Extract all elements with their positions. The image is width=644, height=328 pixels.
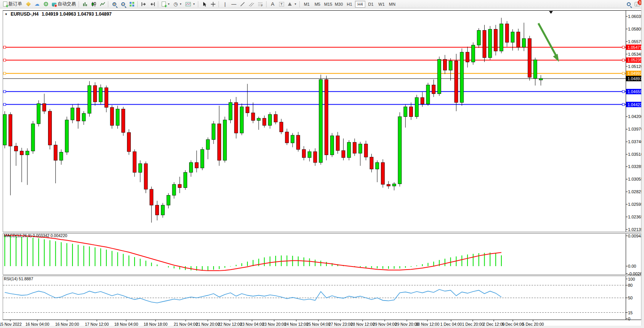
autotrading-label: 自动交易: [58, 1, 76, 7]
rsi-line: [5, 289, 501, 303]
svg-text:1.04897: 1.04897: [628, 76, 642, 81]
macd-label: MACD(12,26,9) 0.003342 0.004220: [4, 233, 67, 238]
bottom-gutter: [0, 326, 644, 328]
label-icon: T: [279, 2, 284, 6]
channel-button[interactable]: [247, 0, 256, 8]
profile-button[interactable]: ☁: [33, 0, 41, 8]
autotrading-button[interactable]: 自动交易: [50, 0, 77, 8]
candlestick-chart-button[interactable]: [90, 0, 98, 8]
svg-text:1.04200: 1.04200: [628, 114, 643, 119]
svg-text:1.02365: 1.02365: [628, 215, 643, 219]
autotrading-icon: [52, 3, 56, 6]
svg-text:1.04423: 1.04423: [628, 102, 642, 107]
tab-m15[interactable]: M15: [323, 1, 333, 8]
notifications-button[interactable]: 1: [634, 2, 640, 6]
separator: [218, 1, 219, 7]
new-chart-button[interactable]: ▼: [160, 0, 172, 8]
separator: [266, 1, 267, 7]
periods-icon: ◷: [173, 2, 178, 7]
hline-1.04992: [3, 72, 626, 74]
trend-arrow: [538, 23, 559, 62]
rsi-axis: 1008050150: [626, 277, 635, 321]
trendline-icon: [240, 2, 245, 7]
macd-signal-line: [5, 235, 501, 271]
cursor-icon: [202, 2, 207, 7]
chart-window[interactable]: 1.060351.058051.055751.053451.051201.042…: [0, 8, 644, 328]
tab-w1[interactable]: W1: [376, 1, 387, 8]
chart-dropdown-icon[interactable]: ▼: [5, 13, 8, 16]
zoom-in-button[interactable]: +: [110, 0, 119, 8]
chevron-down-icon: ▼: [193, 3, 195, 5]
tab-m1[interactable]: M1: [302, 1, 312, 8]
chart-symbol: EURUSD-,H4: [11, 11, 39, 17]
chart-shift-button[interactable]: [140, 0, 148, 8]
svg-text:1.05805: 1.05805: [628, 27, 643, 31]
bar-chart-button[interactable]: [81, 0, 89, 8]
vertical-line-button[interactable]: |: [221, 0, 229, 8]
text-icon: A: [271, 2, 275, 7]
shapes-button[interactable]: ▼: [286, 0, 298, 8]
trendline-button[interactable]: [238, 0, 247, 8]
tab-h1[interactable]: H1: [344, 1, 355, 8]
candlestick-icon: [91, 2, 96, 7]
svg-text:80: 80: [628, 283, 633, 288]
svg-text:0: 0: [628, 317, 630, 321]
new-chart-icon: [162, 2, 166, 6]
zoom-out-button[interactable]: −: [119, 0, 127, 8]
search-icon[interactable]: [627, 2, 631, 6]
crosshair-button[interactable]: [209, 0, 217, 8]
svg-text:1.02135: 1.02135: [628, 227, 643, 232]
quotes-button[interactable]: [24, 0, 32, 8]
zoom-out-icon: −: [121, 2, 125, 6]
templates-button[interactable]: ▼: [184, 0, 197, 8]
rsi-pane: [3, 285, 626, 313]
svg-text:1.02825: 1.02825: [628, 189, 643, 194]
separator: [158, 1, 158, 7]
label-button[interactable]: T: [277, 0, 286, 8]
tile-windows-button[interactable]: [128, 0, 136, 8]
tab-mn[interactable]: MN: [387, 1, 397, 8]
auto-scroll-button[interactable]: [148, 0, 157, 8]
svg-text:1.04659: 1.04659: [628, 89, 642, 94]
hline-1.05235: [3, 59, 626, 61]
main-toolbar: 新订单 ☁ 自动交易 + − ▼ ◷▼: [0, 0, 644, 8]
svg-text:1.05120: 1.05120: [628, 64, 643, 69]
svg-text:1.06035: 1.06035: [628, 14, 643, 19]
fibonacci-button[interactable]: F: [256, 0, 265, 8]
hline-1.04423: [3, 103, 626, 106]
tab-m30[interactable]: M30: [334, 1, 344, 8]
text-button[interactable]: A: [268, 0, 277, 8]
svg-text:1.03970: 1.03970: [628, 127, 643, 131]
svg-text:1.02595: 1.02595: [628, 202, 643, 207]
horizontal-line-button[interactable]: —: [230, 0, 238, 8]
periods-button[interactable]: ◷▼: [172, 0, 183, 8]
line-chart-button[interactable]: [98, 0, 107, 8]
tab-m5[interactable]: M5: [312, 1, 323, 8]
auto-scroll-icon: [150, 2, 155, 7]
separator: [108, 1, 108, 7]
vertical-line-icon: |: [224, 2, 225, 7]
chart-canvas[interactable]: 1.060351.058051.055751.053451.051201.042…: [0, 8, 644, 328]
svg-text:50: 50: [628, 296, 633, 300]
tab-h4[interactable]: H4: [355, 1, 365, 8]
svg-text:100: 100: [628, 277, 635, 281]
channel-icon: [249, 2, 254, 7]
fibonacci-icon: F: [258, 2, 263, 7]
chevron-down-icon: ▼: [167, 3, 170, 5]
svg-text:15: 15: [628, 310, 633, 315]
crosshair-icon: [210, 2, 216, 7]
new-order-button[interactable]: 新订单: [2, 0, 24, 8]
bar-chart-icon: [82, 2, 88, 7]
profile-icon: ☁: [35, 2, 40, 6]
line-chart-icon: [100, 2, 105, 7]
svg-text:1.03285: 1.03285: [628, 164, 643, 169]
cursor-button[interactable]: [200, 0, 209, 8]
tab-d1[interactable]: D1: [366, 1, 376, 8]
svg-text:1.03055: 1.03055: [628, 177, 643, 181]
svg-text:1.03510: 1.03510: [628, 152, 643, 157]
right-gutter: [641, 0, 644, 328]
separator: [299, 1, 300, 7]
signals-button[interactable]: [42, 0, 50, 8]
new-order-label: 新订单: [8, 1, 22, 7]
templates-icon: [185, 2, 191, 7]
